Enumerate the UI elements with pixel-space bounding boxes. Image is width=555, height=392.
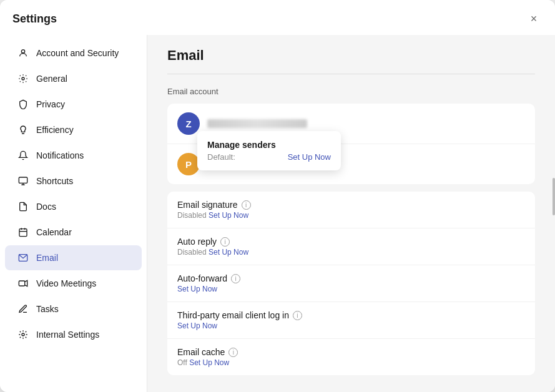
document-icon <box>17 201 29 212</box>
setup-link-auto-reply[interactable]: Set Up Now <box>209 248 248 257</box>
setup-link-email-cache[interactable]: Set Up Now <box>189 358 229 367</box>
gear-icon <box>17 73 29 84</box>
manage-senders-popup: Manage senders Default: Set Up Now <box>197 131 341 170</box>
avatar-z: Z <box>177 112 200 135</box>
manage-senders-default: Default: <box>207 152 235 162</box>
shield-icon <box>17 99 29 110</box>
sidebar-label-docs: Docs <box>36 202 56 212</box>
feature-name-auto-reply: Auto reply i <box>177 237 525 247</box>
sidebar-item-video-meetings[interactable]: Video Meetings <box>5 271 142 296</box>
lightbulb-icon <box>17 124 29 135</box>
feature-status-email-cache: Off Set Up Now <box>177 358 525 367</box>
svg-rect-2 <box>19 177 27 183</box>
sidebar-label-privacy: Privacy <box>36 99 65 109</box>
feature-status-third-party: Set Up Now <box>177 321 525 330</box>
account-row-z[interactable]: Z Manage senders Default: Set Up Now <box>167 104 535 144</box>
manage-senders-row: Default: Set Up Now <box>207 152 331 162</box>
sidebar-label-tasks: Tasks <box>36 304 59 314</box>
scrollbar[interactable] <box>553 178 555 215</box>
close-button[interactable]: × <box>525 10 543 27</box>
manage-senders-title: Manage senders <box>207 140 331 150</box>
calendar-icon <box>17 227 29 238</box>
person-icon <box>17 47 29 59</box>
feature-status-auto-reply: Disabled Set Up Now <box>177 248 525 257</box>
shortcuts-icon <box>17 175 29 187</box>
sidebar-label-video-meetings: Video Meetings <box>36 278 96 288</box>
bell-icon <box>17 150 29 161</box>
svg-rect-8 <box>19 281 24 286</box>
account-email-blurred <box>207 119 307 128</box>
feature-row-email-signature: Email signature i Disabled Set Up Now <box>167 192 535 228</box>
sidebar-label-general: General <box>36 74 67 84</box>
feature-row-auto-forward: Auto-forward i Set Up Now <box>167 265 535 302</box>
avatar-p: P <box>177 153 200 175</box>
feature-name-email-cache: Email cache i <box>177 347 525 357</box>
sidebar-label-shortcuts: Shortcuts <box>36 176 73 186</box>
sidebar-item-docs[interactable]: Docs <box>5 194 142 219</box>
feature-row-auto-reply: Auto reply i Disabled Set Up Now <box>167 228 535 265</box>
features-card: Email signature i Disabled Set Up Now Au… <box>167 192 535 375</box>
sidebar-item-tasks[interactable]: Tasks <box>5 296 142 321</box>
content-header: Email <box>147 35 555 74</box>
feature-row-email-cache: Email cache i Off Set Up Now <box>167 339 535 375</box>
info-icon-auto-reply[interactable]: i <box>220 237 230 247</box>
sidebar-label-calendar: Calendar <box>36 227 72 237</box>
feature-row-third-party: Third-party email client log in i Set Up… <box>167 302 535 339</box>
setup-link-auto-forward[interactable]: Set Up Now <box>177 285 217 293</box>
page-title: Email <box>167 47 535 74</box>
sidebar-item-general[interactable]: General <box>5 66 142 91</box>
sidebar-item-shortcuts[interactable]: Shortcuts <box>5 169 142 194</box>
dialog-body: Account and Security General Privac <box>0 35 555 392</box>
sidebar-label-internal-settings: Internal Settings <box>36 330 99 340</box>
sidebar-item-privacy[interactable]: Privacy <box>5 92 142 117</box>
feature-status-email-signature: Disabled Set Up Now <box>177 211 525 220</box>
feature-name-auto-forward: Auto-forward i <box>177 273 525 283</box>
info-icon-auto-forward[interactable]: i <box>231 274 240 283</box>
feature-status-auto-forward: Set Up Now <box>177 285 525 293</box>
sidebar-item-calendar[interactable]: Calendar <box>5 220 142 245</box>
sidebar-item-efficiency[interactable]: Efficiency <box>5 117 142 142</box>
video-icon <box>17 278 29 289</box>
info-icon-email-cache[interactable]: i <box>228 348 238 357</box>
internal-icon <box>17 329 29 340</box>
feature-name-third-party: Third-party email client log in i <box>177 310 525 320</box>
email-account-label: Email account <box>147 87 555 96</box>
dialog-title: Settings <box>12 12 57 26</box>
main-content: Email Email account Z Manage senders Def… <box>147 35 555 392</box>
sidebar-item-internal-settings[interactable]: Internal Settings <box>5 322 142 347</box>
sidebar-label-notifications: Notifications <box>36 150 84 160</box>
sidebar-label-efficiency: Efficiency <box>36 125 74 135</box>
sidebar-label-email: Email <box>36 253 58 263</box>
svg-point-9 <box>22 333 24 336</box>
dialog-header: Settings × <box>0 0 555 35</box>
features-section: Email signature i Disabled Set Up Now Au… <box>147 192 555 375</box>
info-icon-email-signature[interactable]: i <box>242 200 251 210</box>
settings-dialog: Settings × Account and Security <box>0 0 555 392</box>
sidebar-item-email[interactable]: Email <box>5 245 142 270</box>
setup-link-third-party[interactable]: Set Up Now <box>177 321 217 330</box>
svg-point-0 <box>21 50 24 53</box>
feature-name-email-signature: Email signature i <box>177 200 525 210</box>
svg-rect-3 <box>19 229 27 237</box>
sidebar-item-notifications[interactable]: Notifications <box>5 143 142 168</box>
email-icon <box>17 252 29 263</box>
setup-link-email-signature[interactable]: Set Up Now <box>209 211 248 220</box>
sidebar-item-account-security[interactable]: Account and Security <box>5 41 142 66</box>
manage-senders-setup-link[interactable]: Set Up Now <box>288 152 331 162</box>
tasks-icon <box>17 303 29 315</box>
sidebar-label-account-security: Account and Security <box>36 48 119 58</box>
sidebar: Account and Security General Privac <box>0 35 147 392</box>
email-accounts-section: Z Manage senders Default: Set Up Now <box>147 104 555 184</box>
account-card: Z Manage senders Default: Set Up Now <box>167 104 535 184</box>
info-icon-third-party[interactable]: i <box>293 311 302 320</box>
svg-point-1 <box>22 77 24 80</box>
